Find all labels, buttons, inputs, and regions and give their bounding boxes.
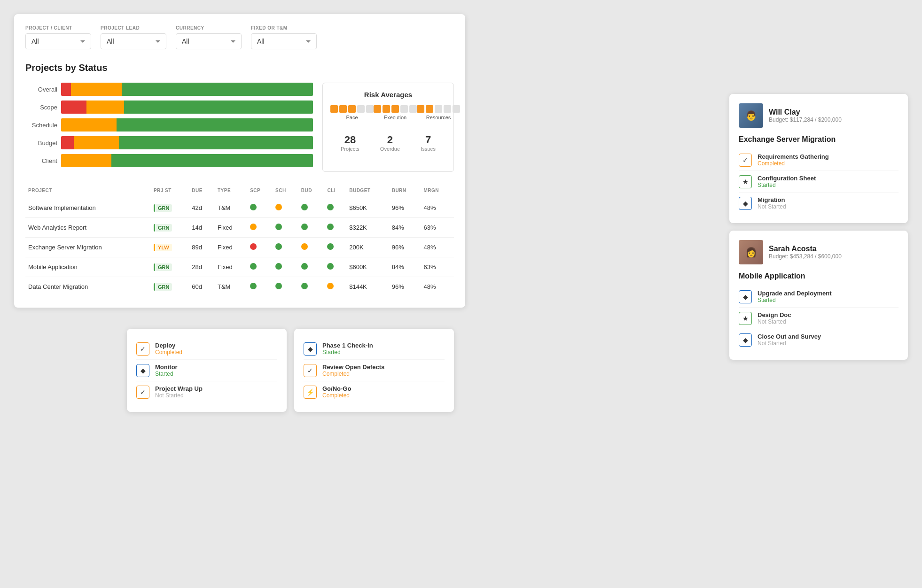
chevron-down-icon xyxy=(156,40,160,43)
table-cell xyxy=(298,257,325,277)
table-header-cell: TYPE xyxy=(215,185,247,198)
task-text: DeployCompleted xyxy=(155,342,182,356)
table-cell: 200K xyxy=(346,238,389,257)
table-cell: 96% xyxy=(389,198,421,218)
person1-card: 👨 Will Clay Budget: $117,284 / $200,000 … xyxy=(729,94,908,223)
bottom-left-card: ✓DeployCompleted◆MonitorStarted✓Project … xyxy=(127,329,287,412)
table-cell: Exchange Server Migration xyxy=(25,238,151,257)
risk-stat-label: Overdue xyxy=(380,146,400,152)
task-text: Go/No-GoCompleted xyxy=(322,385,351,399)
table-header-cell: BUDGET xyxy=(346,185,389,198)
task-icon: ◆ xyxy=(304,342,317,356)
table-cell: Data Center Migration xyxy=(25,277,151,297)
person2-header: 👩 Sarah Acosta Budget: $453,284 / $600,0… xyxy=(739,240,899,264)
risk-stat-number: 28 xyxy=(341,134,359,146)
filter-fixed-tm-value: All xyxy=(257,38,265,45)
person2-budget: Budget: $453,284 / $600,000 xyxy=(769,253,842,260)
person2-tasks: ◆Upgrade and DeploymentStarted★Design Do… xyxy=(739,286,899,350)
task-status: Completed xyxy=(155,349,182,356)
status-dot xyxy=(327,263,334,270)
table-cell: 96% xyxy=(389,238,421,257)
chart-area: OverallScopeScheduleBudgetClient Risk Av… xyxy=(25,83,454,172)
task-name: Deploy xyxy=(155,342,182,349)
task-name: Requirements Gathering xyxy=(758,153,829,160)
table-cell xyxy=(273,257,298,277)
filter-currency: CURRENCY All xyxy=(176,25,242,49)
status-dot xyxy=(250,263,257,270)
risk-dot-filled xyxy=(374,105,381,113)
status-dot xyxy=(250,243,257,250)
filter-project-lead-label: PROJECT LEAD xyxy=(101,25,166,31)
person2-card: 👩 Sarah Acosta Budget: $453,284 / $600,0… xyxy=(729,231,908,360)
bar-segment xyxy=(61,118,117,132)
filter-project-lead-select[interactable]: All xyxy=(101,33,166,49)
risk-dot-empty xyxy=(435,105,442,113)
filter-fixed-tm-label: FIXED OR T&M xyxy=(251,25,317,31)
task-status: Started xyxy=(758,297,831,303)
chevron-down-icon xyxy=(80,40,85,43)
task-status: Started xyxy=(322,349,373,356)
bar-segment xyxy=(86,101,124,114)
filter-fixed-tm-select[interactable]: All xyxy=(251,33,317,49)
task-item: ◆MigrationNot Started xyxy=(739,193,899,214)
status-dot xyxy=(275,204,282,210)
filter-project-client-label: PROJECT / CLIENT xyxy=(25,25,91,31)
status-dot xyxy=(275,283,282,289)
person1-header: 👨 Will Clay Budget: $117,284 / $200,000 xyxy=(739,103,899,128)
risk-dot-filled xyxy=(339,105,347,113)
table-header-cell: SCH xyxy=(273,185,298,198)
bar-label: Overall xyxy=(25,86,57,93)
status-badge: GRN xyxy=(154,224,172,232)
table-cell: T&M xyxy=(215,198,247,218)
bar-label: Scope xyxy=(25,104,57,111)
filter-project-client-select[interactable]: All xyxy=(25,33,91,49)
task-status: Started xyxy=(758,182,816,188)
risk-dot-filled xyxy=(426,105,433,113)
status-dot xyxy=(275,243,282,250)
table-row: Exchange Server MigrationYLW89dFixed200K… xyxy=(25,238,454,257)
status-dot xyxy=(250,224,257,230)
chevron-down-icon xyxy=(306,40,311,43)
risk-dot-empty xyxy=(366,105,374,113)
task-status: Not Started xyxy=(758,318,791,325)
task-icon: ✓ xyxy=(136,386,149,399)
person2-avatar: 👩 xyxy=(739,240,763,264)
table-header-cell: PROJECT xyxy=(25,185,151,198)
task-icon: ◆ xyxy=(739,197,752,210)
status-dot xyxy=(275,263,282,270)
table-cell xyxy=(247,257,273,277)
chevron-down-icon xyxy=(231,40,235,43)
risk-stats: 28Projects2Overdue7Issues xyxy=(330,128,446,152)
table-cell: 63% xyxy=(421,218,454,238)
filter-project-lead-value: All xyxy=(107,38,114,45)
risk-dots xyxy=(374,105,417,113)
table-cell: 48% xyxy=(421,277,454,297)
table-cell: $600K xyxy=(346,257,389,277)
table-cell xyxy=(324,277,346,297)
risk-dot-filled xyxy=(417,105,424,113)
person1-info: Will Clay Budget: $117,284 / $200,000 xyxy=(769,108,842,123)
task-icon: ◆ xyxy=(739,290,752,303)
filter-currency-label: CURRENCY xyxy=(176,25,242,31)
table-cell xyxy=(324,198,346,218)
bar-segment xyxy=(61,154,111,167)
table-cell: 48% xyxy=(421,198,454,218)
table-header-cell: BUD xyxy=(298,185,325,198)
table-row: Web Analytics ReportGRN14dFixed$322K84%6… xyxy=(25,218,454,238)
bar-segment xyxy=(74,136,119,149)
filter-currency-value: All xyxy=(182,38,189,45)
table-cell xyxy=(298,218,325,238)
table-cell xyxy=(247,238,273,257)
bar-label: Schedule xyxy=(25,122,57,129)
task-name: Close Out and Survey xyxy=(758,333,821,340)
risk-metric: Execution xyxy=(374,105,417,120)
filter-currency-select[interactable]: All xyxy=(176,33,242,49)
table-cell xyxy=(324,238,346,257)
task-item: ◆Phase 1 Check-InStarted xyxy=(304,338,445,360)
task-status: Not Started xyxy=(758,340,821,347)
task-name: Project Wrap Up xyxy=(155,385,203,392)
risk-stat-label: Issues xyxy=(421,146,436,152)
status-dot xyxy=(250,283,257,289)
task-item: ✓Requirements GatheringCompleted xyxy=(739,149,899,171)
task-name: Monitor xyxy=(155,364,178,371)
